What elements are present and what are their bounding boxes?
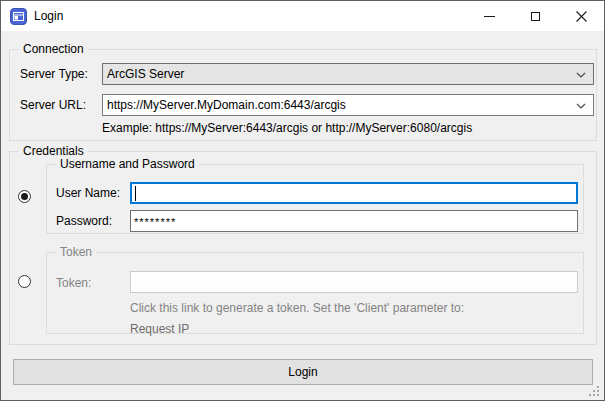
login-window: Login Connection Server Type: ArcGIS Ser… bbox=[0, 0, 605, 401]
window-title: Login bbox=[34, 9, 63, 23]
chevron-down-icon bbox=[576, 72, 586, 78]
login-button-label: Login bbox=[288, 365, 317, 379]
password-input[interactable] bbox=[130, 210, 578, 232]
token-group: Token Token: Click this link to generate… bbox=[46, 252, 584, 334]
connection-group-label: Connection bbox=[19, 42, 88, 56]
minimize-icon bbox=[484, 16, 495, 17]
username-label: User Name: bbox=[56, 186, 120, 200]
token-hint: Click this link to generate a token. Set… bbox=[130, 301, 464, 315]
server-type-value: ArcGIS Server bbox=[107, 67, 184, 81]
credentials-group: Credentials Username and Password User N… bbox=[9, 151, 597, 345]
server-type-dropdown[interactable]: ArcGIS Server bbox=[102, 63, 594, 85]
username-input[interactable] bbox=[130, 182, 578, 204]
userpass-group: Username and Password User Name: Passwor… bbox=[46, 164, 584, 234]
titlebar[interactable]: Login bbox=[1, 1, 604, 31]
text-cursor bbox=[135, 186, 136, 201]
minimize-button[interactable] bbox=[466, 1, 512, 31]
credentials-group-label: Credentials bbox=[19, 144, 88, 158]
token-input[interactable] bbox=[130, 271, 578, 293]
server-url-value: https://MyServer.MyDomain.com:6443/arcgi… bbox=[107, 98, 346, 112]
close-button[interactable] bbox=[558, 1, 604, 31]
token-label: Token: bbox=[56, 276, 91, 290]
close-icon bbox=[576, 11, 587, 22]
userpass-radio[interactable] bbox=[18, 190, 31, 203]
password-label: Password: bbox=[56, 214, 112, 228]
app-icon bbox=[10, 8, 27, 25]
server-url-example: Example: https://MyServer:6443/arcgis or… bbox=[102, 121, 472, 135]
login-button[interactable]: Login bbox=[13, 359, 593, 385]
server-url-combobox[interactable]: https://MyServer.MyDomain.com:6443/arcgi… bbox=[102, 94, 594, 116]
resize-grip-icon[interactable] bbox=[589, 386, 600, 397]
maximize-button[interactable] bbox=[512, 1, 558, 31]
token-radio[interactable] bbox=[18, 275, 31, 288]
maximize-icon bbox=[531, 12, 540, 21]
server-url-label: Server URL: bbox=[20, 98, 86, 112]
chevron-down-icon bbox=[576, 103, 586, 109]
request-ip-link[interactable]: Request IP bbox=[130, 322, 189, 336]
window-controls bbox=[466, 1, 604, 31]
token-group-label: Token bbox=[56, 245, 96, 259]
userpass-group-label: Username and Password bbox=[56, 157, 199, 171]
server-type-label: Server Type: bbox=[20, 67, 88, 81]
connection-group: Connection Server Type: ArcGIS Server Se… bbox=[9, 49, 597, 141]
